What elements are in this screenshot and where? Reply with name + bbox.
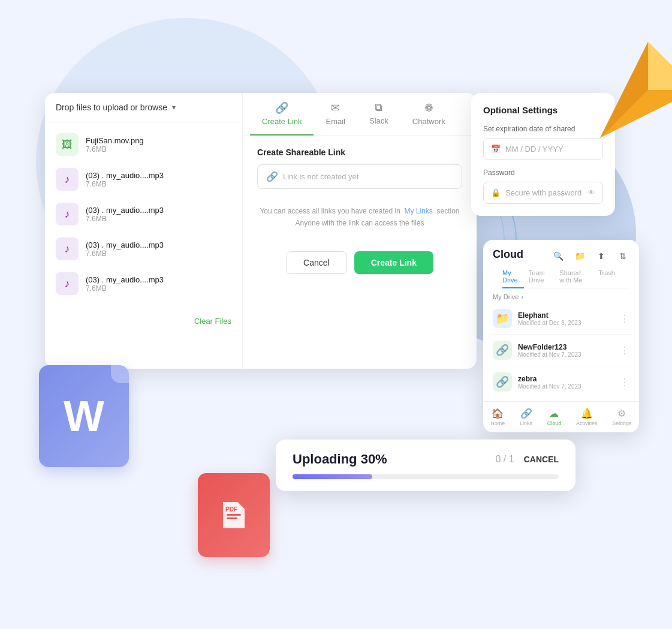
cloud-tab-bar: My Drive Team Drive Shared with Me Trash <box>493 266 629 288</box>
list-item: ♪ (03) . my_audio....mp3 7.6MB <box>45 231 242 266</box>
folder-menu-icon[interactable]: ⋮ <box>620 345 629 356</box>
search-icon[interactable]: 🔍 <box>550 248 566 264</box>
list-item: ♪ (03) . my_audio....mp3 7.6MB <box>45 197 242 231</box>
audio-icon: ♪ <box>65 208 70 221</box>
folder-icon[interactable]: 📁 <box>572 248 587 264</box>
cloud-nav-links[interactable]: 🔗 Links <box>520 408 532 426</box>
eye-icon: 👁 <box>587 188 595 197</box>
button-row: Cancel Create Link <box>257 251 462 274</box>
upload-cancel-button[interactable]: CANCEL <box>524 455 559 464</box>
upload-progress-card: Uploading 30% 0 / 1 CANCEL <box>276 440 575 491</box>
date-input-box[interactable]: 📅 MM / DD / YYYY <box>483 138 603 160</box>
cancel-button[interactable]: Cancel <box>286 251 347 274</box>
sort-icon[interactable]: ⇅ <box>615 248 631 264</box>
optional-settings-card: Optional Settings Set expiration date of… <box>471 93 615 216</box>
word-doc-icon: W <box>39 365 129 467</box>
cloud-nav-cloud[interactable]: ☁ Cloud <box>547 408 562 426</box>
folder-blue-icon: 📁 <box>493 309 512 328</box>
left-panel-footer: Clear Files <box>45 306 242 336</box>
chevron-down-icon: ▾ <box>172 103 176 112</box>
tab-create-link[interactable]: 🔗 Create Link <box>250 93 314 136</box>
file-drop-header[interactable]: Drop files to upload or browse ▾ <box>45 93 242 122</box>
link-input-box[interactable]: 🔗 Link is not created yet <box>257 164 462 189</box>
cloud-nav-cloud-label: Cloud <box>547 420 562 426</box>
file-name: (03) . my_audio....mp3 <box>86 206 231 215</box>
file-size: 7.6MB <box>86 145 231 154</box>
file-info: (03) . my_audio....mp3 7.6MB <box>86 240 231 258</box>
password-input-box[interactable]: 🔒 Secure with password 👁 <box>483 182 603 204</box>
folder-menu-icon[interactable]: ⋮ <box>620 377 629 388</box>
links-icon: 🔗 <box>520 408 532 419</box>
svg-rect-5 <box>227 517 237 519</box>
folder-name: Elephant <box>518 311 614 320</box>
folder-name: NewFolder123 <box>518 343 614 351</box>
cloud-bottom-nav: 🏠 Home 🔗 Links ☁ Cloud 🔔 Activities ⚙ Se… <box>483 401 639 432</box>
cloud-folder-item[interactable]: 📁 Elephant Modified at Dec 8, 2023 ⋮ <box>490 303 632 335</box>
folder-date: Modified at Nov 7, 2023 <box>518 383 614 390</box>
file-size: 7.6MB <box>86 284 231 293</box>
cloud-tab-mydrive[interactable]: My Drive <box>502 266 524 288</box>
link-placeholder-icon: 🔗 <box>266 171 278 182</box>
file-name: FujiSan.mov.png <box>86 136 231 145</box>
cloud-nav-settings[interactable]: ⚙ Settings <box>612 408 632 426</box>
list-item: ♪ (03) . my_audio....mp3 7.6MB <box>45 162 242 197</box>
tab-chatwork[interactable]: ❁ Chatwork <box>400 93 457 136</box>
audio-icon: ♪ <box>65 173 70 186</box>
file-icon-audio: ♪ <box>56 237 79 260</box>
svg-marker-3 <box>648 42 672 90</box>
file-icon-audio: ♪ <box>56 168 79 191</box>
file-list: 🖼 FujiSan.mov.png 7.6MB ♪ (03) . my_audi… <box>45 122 242 306</box>
svg-rect-4 <box>227 514 241 516</box>
list-item: ♪ (03) . my_audio....mp3 7.6MB <box>45 266 242 301</box>
folder-info: Elephant Modified at Dec 8, 2023 <box>518 311 614 326</box>
tab-bar: 🔗 Create Link ✉ Email ⧉ Slack ❁ Chatwork <box>243 93 477 136</box>
file-info: (03) . my_audio....mp3 7.6MB <box>86 206 231 223</box>
folder-info: zebra Modified at Nov 7, 2023 <box>518 375 614 390</box>
upload-count: 0 / 1 <box>496 454 514 465</box>
tab-email[interactable]: ✉ Email <box>314 93 357 136</box>
info-text-1: You can access all links you have create… <box>257 207 462 215</box>
main-dialog-card: Drop files to upload or browse ▾ 🖼 FujiS… <box>45 93 477 369</box>
file-icon-image: 🖼 <box>56 133 79 156</box>
file-info: (03) . my_audio....mp3 7.6MB <box>86 275 231 293</box>
cloud-nav-home[interactable]: 🏠 Home <box>490 408 505 426</box>
tab-label-create-link: Create Link <box>262 117 302 126</box>
link-placeholder-text: Link is not created yet <box>283 172 358 181</box>
folder-date: Modified at Nov 7, 2023 <box>518 351 614 358</box>
my-links-link[interactable]: My Links <box>405 207 433 215</box>
pdf-icon: PDF <box>198 473 270 557</box>
file-name: (03) . my_audio....mp3 <box>86 171 231 180</box>
cloud-folder-item[interactable]: 🔗 zebra Modified at Nov 7, 2023 ⋮ <box>490 366 632 398</box>
calendar-icon: 📅 <box>491 145 501 154</box>
file-size: 7.6MB <box>86 180 231 188</box>
upload-icon[interactable]: ⬆ <box>593 248 609 264</box>
cloud-nav-links-label: Links <box>520 420 532 426</box>
email-icon: ✉ <box>331 101 340 115</box>
chatwork-icon: ❁ <box>424 101 433 115</box>
cloud-tab-sharedwithme[interactable]: Shared with Me <box>559 266 593 288</box>
cloud-nav-home-label: Home <box>490 420 505 426</box>
bell-icon: 🔔 <box>581 408 593 419</box>
left-panel: Drop files to upload or browse ▾ 🖼 FujiS… <box>45 93 243 369</box>
cloud-nav-activities[interactable]: 🔔 Activities <box>576 408 598 426</box>
folder-name: zebra <box>518 375 614 383</box>
home-icon: 🏠 <box>492 408 504 419</box>
section-title: Create Shareable Link <box>257 148 462 157</box>
folder-menu-icon[interactable]: ⋮ <box>620 313 629 324</box>
cloud-tab-teamdrive[interactable]: Team Drive <box>529 266 555 288</box>
file-size: 7.6MB <box>86 215 231 223</box>
optional-settings-title: Optional Settings <box>483 105 603 115</box>
password-label: Password <box>483 168 603 177</box>
folder-date: Modified at Dec 8, 2023 <box>518 320 614 326</box>
password-placeholder: Secure with password <box>505 188 581 197</box>
clear-files-button[interactable]: Clear Files <box>194 317 231 326</box>
create-link-button[interactable]: Create Link <box>354 251 433 274</box>
cloud-tab-trash[interactable]: Trash <box>598 266 620 288</box>
upload-title: Uploading 30% <box>293 452 486 467</box>
audio-icon: ♪ <box>65 278 70 290</box>
cloud-folder-item[interactable]: 🔗 NewFolder123 Modified at Nov 7, 2023 ⋮ <box>490 335 632 366</box>
file-info: FujiSan.mov.png 7.6MB <box>86 136 231 154</box>
list-item: 🖼 FujiSan.mov.png 7.6MB <box>45 127 242 162</box>
tab-slack[interactable]: ⧉ Slack <box>357 93 400 136</box>
info-text-2: Anyone with the link can access the file… <box>257 219 462 227</box>
